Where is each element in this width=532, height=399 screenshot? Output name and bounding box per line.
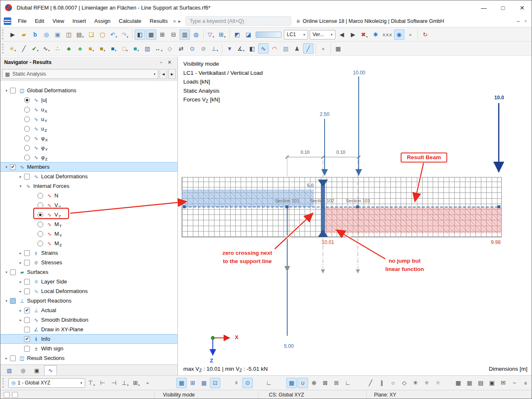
tree-item-with-sign[interactable]: ±With sign xyxy=(0,344,177,353)
checkbox-draw-in-xy-plane[interactable] xyxy=(24,327,30,332)
new-view-icon[interactable]: ◧ xyxy=(247,43,257,54)
tree-item-u[interactable]: ∿|u| xyxy=(0,95,177,105)
analysis-next-button[interactable]: ▶ xyxy=(168,69,176,79)
node-number-icon[interactable]: ◇ xyxy=(165,43,175,54)
label-a-icon[interactable]: a xyxy=(520,378,531,388)
line-tool-icon[interactable]: ■▾ xyxy=(97,43,108,54)
dlubal-sync-icon[interactable]: b xyxy=(30,30,40,40)
tree-item-actual[interactable]: ▸✔⊥Actual xyxy=(0,305,177,315)
expander-icon[interactable]: ▸ xyxy=(17,280,24,284)
menu-file[interactable]: File xyxy=(14,16,31,26)
tab-camera[interactable]: ▣ xyxy=(30,365,43,375)
opening-tool-icon[interactable]: □▾ xyxy=(120,43,130,54)
member-set-icon[interactable]: ♣ xyxy=(64,43,74,54)
tree-item-mt[interactable]: ∿MT xyxy=(0,219,177,229)
table-go-icon[interactable]: ⊞ xyxy=(157,30,167,40)
magnet-snap-icon[interactable]: ∪ xyxy=(298,378,308,388)
ucs-manager-icon[interactable]: ⊞▾ xyxy=(131,378,142,388)
license-list-icon[interactable]: ≡ xyxy=(296,18,300,25)
tree-item-vy[interactable]: ∿VY xyxy=(0,200,177,210)
checkbox-support-reactions[interactable] xyxy=(10,298,16,304)
delete-results-icon[interactable]: ✖▾ xyxy=(359,30,369,40)
checkbox-smooth-distribution[interactable] xyxy=(24,317,30,323)
navigator-close-icon[interactable]: ✕ xyxy=(165,59,174,65)
model-manager-icon[interactable]: ◎ xyxy=(41,30,52,40)
ucs-rotate-icon[interactable]: ⊣ xyxy=(109,378,119,388)
statusbar-doc-icon-2[interactable] xyxy=(12,392,18,398)
minimize-button[interactable]: — xyxy=(474,0,493,15)
version-combo[interactable]: Ver...▾ xyxy=(310,30,335,39)
tree-item-members[interactable]: ▾✔∿Members xyxy=(0,162,177,172)
surface-set-icon[interactable]: ♣ xyxy=(75,43,85,54)
tree-item-draw-in-xy-plane[interactable]: ∠Draw in XY-Plane xyxy=(0,325,177,334)
snap-ext1-icon[interactable]: ✳ xyxy=(410,378,421,388)
statusbar-doc-icon-1[interactable] xyxy=(4,392,10,398)
expander-icon[interactable]: ▸ xyxy=(3,356,10,360)
guidelines-icon[interactable]: # xyxy=(231,378,241,388)
grid-toggle-icon[interactable]: ▦ xyxy=(176,378,187,388)
tree-item-vz[interactable]: ∿VZ xyxy=(0,210,177,219)
panel-toggle-icon[interactable]: ▥ xyxy=(180,30,190,40)
tab-data[interactable]: ▧ xyxy=(3,365,16,375)
snap-tangent-icon[interactable]: ○ xyxy=(388,378,398,388)
expander-icon[interactable]: ▾ xyxy=(3,270,10,274)
tree-item-ux[interactable]: ∿uX xyxy=(0,105,177,114)
tab-views[interactable]: ◎ xyxy=(17,365,30,375)
dimension-icon[interactable]: ↔▾ xyxy=(153,43,164,54)
undo-icon[interactable]: ↶▾ xyxy=(108,30,119,40)
tree-item-surfaces[interactable]: ▾▰Surfaces xyxy=(0,267,177,277)
panel-colors-icon[interactable]: ◠ xyxy=(269,43,280,54)
checkbox-stresses[interactable] xyxy=(24,260,30,266)
checkbox-members[interactable]: ✔ xyxy=(10,164,16,170)
work-plane-icon[interactable]: ∟ xyxy=(264,378,274,388)
mesh-settings-icon[interactable]: ▦ xyxy=(453,378,463,388)
regenerate-icon[interactable]: ↻ xyxy=(420,30,431,40)
node-tool-icon[interactable]: ■▾ xyxy=(86,43,96,54)
section-b-icon[interactable]: ◪ xyxy=(243,30,254,40)
toolbar1-overflow-icon[interactable]: » xyxy=(405,30,416,40)
expander-icon[interactable]: ▸ xyxy=(17,175,24,179)
navigator-toggle-icon[interactable]: ◧ xyxy=(135,30,145,40)
snap-intersection-icon[interactable]: ⊠ xyxy=(331,378,342,388)
menu-edit[interactable]: Edit xyxy=(31,16,48,26)
menu-overflow-icon[interactable]: » xyxy=(172,18,177,24)
close-button[interactable]: ✕ xyxy=(512,0,532,15)
snap-toggle-icon[interactable]: ⊡ xyxy=(210,378,220,388)
maximize-button[interactable]: □ xyxy=(493,0,512,15)
measure-icon[interactable]: ∡▾ xyxy=(236,43,246,54)
coordinate-system-combo[interactable]: ◎1 - Global XYZ▾ xyxy=(8,378,85,388)
bottombar-overflow-icon[interactable]: » xyxy=(143,378,153,388)
shortcut-table-icon[interactable]: ⊟ xyxy=(168,30,179,40)
snap-corner-icon[interactable]: ∟ xyxy=(342,378,353,388)
tree-item-result-sections[interactable]: ▸◫Result Sections xyxy=(0,353,177,363)
tables-toggle-icon[interactable]: ▦ xyxy=(146,30,156,40)
result-diagram-icon[interactable]: ∿ xyxy=(258,43,268,54)
object-snap-icon[interactable]: ⊙ xyxy=(242,378,253,388)
select-pointer-icon[interactable]: ▶ xyxy=(7,30,18,40)
radio-vy[interactable] xyxy=(37,202,43,208)
tree-item-stresses[interactable]: ▸σStresses xyxy=(0,258,177,267)
expander-icon[interactable]: ▸ xyxy=(17,261,24,265)
search-model-icon[interactable]: ◉ xyxy=(394,30,404,40)
tree-item-z[interactable]: ∿φZ xyxy=(0,153,177,162)
graphics-viewport[interactable]: Visibility modeLC1 - Vertikallast / Vert… xyxy=(178,57,532,375)
generate-results-icon[interactable]: ✱ xyxy=(370,30,381,40)
checkbox-local-deformations[interactable] xyxy=(24,174,30,180)
menu-view[interactable]: View xyxy=(48,16,68,26)
snap-ext2-icon[interactable]: ✳ xyxy=(421,378,432,388)
menu-insert[interactable]: Insert xyxy=(68,16,90,26)
expander-icon[interactable]: ▾ xyxy=(17,184,24,188)
prev-load-case-icon[interactable]: ◀ xyxy=(337,30,347,40)
snap-ext3-icon[interactable]: ✳ xyxy=(433,378,443,388)
tree-item-x[interactable]: ∿φX xyxy=(0,133,177,143)
keyword-search-input[interactable]: Type a keyword (Alt+Q) xyxy=(185,16,291,26)
load-case-combo[interactable]: LC1▾ xyxy=(284,30,308,39)
list-view-icon[interactable]: ▤ xyxy=(475,378,486,388)
tree-item-global-deformations[interactable]: ▾◫Global Deformations xyxy=(0,86,177,95)
radio-u[interactable] xyxy=(24,97,30,103)
menu-customize-icon[interactable]: ▸ xyxy=(177,18,182,24)
expander-icon[interactable]: ▸ xyxy=(17,308,24,313)
edit-mode-icon[interactable]: ╱ xyxy=(19,43,29,54)
radio-n[interactable] xyxy=(37,193,43,199)
hide-objects-icon[interactable]: ⊘ xyxy=(198,43,209,54)
